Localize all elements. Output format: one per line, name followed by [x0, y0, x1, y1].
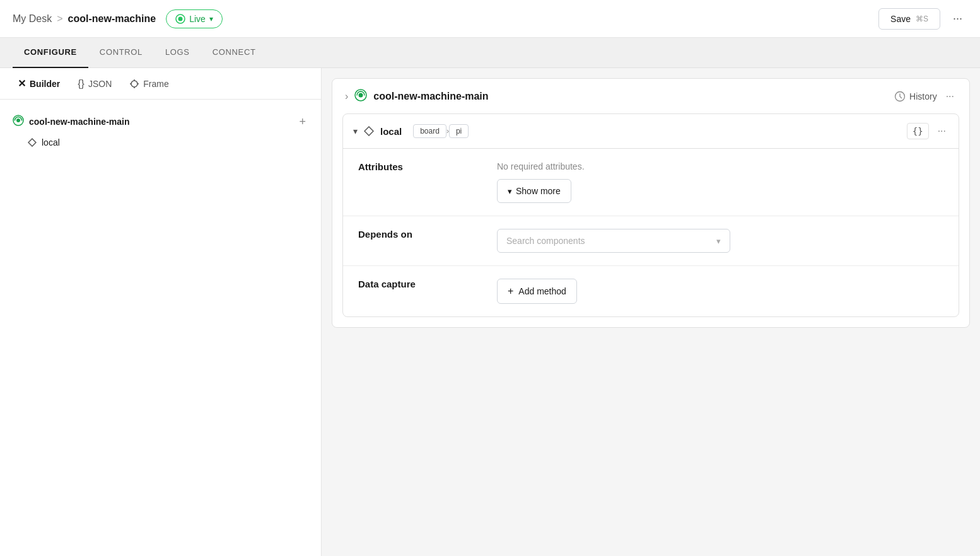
search-components-placeholder: Search components [506, 236, 585, 246]
live-icon [175, 14, 185, 24]
depends-on-content: Search components ▾ [497, 229, 943, 253]
local-card-title: local [380, 126, 402, 137]
add-method-button[interactable]: + Add method [497, 279, 577, 304]
main-layout: ✕ Builder {} JSON Frame [0, 68, 980, 556]
history-button[interactable]: History [894, 91, 937, 102]
top-header: My Desk > cool-new-machine Live ▾ Save ⌘… [0, 0, 980, 38]
machine-card-signal-icon [354, 89, 367, 103]
breadcrumb-current: cool-new-machine [68, 13, 156, 25]
tab-configure[interactable]: CONFIGURE [13, 38, 88, 68]
live-label: Live [189, 14, 206, 24]
no-attributes-text: No required attributes. [497, 161, 943, 171]
header-more-button[interactable]: ··· [948, 9, 967, 28]
svg-point-10 [359, 93, 363, 98]
sidebar-machine-item[interactable]: cool-new-machine-main + [10, 110, 311, 134]
local-item-label: local [42, 137, 60, 148]
sidebar: ✕ Builder {} JSON Frame [0, 68, 322, 556]
board-tag[interactable]: board [413, 124, 446, 138]
local-card-json-button[interactable]: {} [907, 123, 929, 139]
history-icon [894, 91, 906, 102]
search-components-dropdown[interactable]: Search components ▾ [497, 229, 730, 253]
attributes-content: No required attributes. ▾ Show more [497, 161, 943, 203]
save-label: Save [890, 14, 911, 24]
data-capture-label: Data capture [358, 279, 472, 289]
breadcrumb-separator: > [57, 13, 62, 25]
dropdown-chevron-icon: ▾ [716, 236, 721, 246]
builder-icon: ✕ [18, 78, 26, 90]
pi-tag[interactable]: pi [449, 124, 469, 138]
show-more-label: Show more [516, 186, 561, 196]
sidebar-tabs: ✕ Builder {} JSON Frame [0, 68, 321, 100]
machine-card-chevron-icon[interactable]: › [345, 91, 348, 102]
machine-signal-icon [13, 115, 24, 129]
attributes-section: Attributes No required attributes. ▾ Sho… [343, 149, 959, 216]
sidebar-local-item[interactable]: local [10, 134, 311, 151]
svg-point-8 [16, 119, 20, 122]
depends-on-section: Depends on Search components ▾ [343, 216, 959, 266]
local-card: ▾ local board › pi {} ··· [342, 113, 959, 317]
svg-point-1 [178, 16, 183, 21]
sidebar-content: cool-new-machine-main + local [0, 100, 321, 161]
sidebar-tab-builder[interactable]: ✕ Builder [10, 74, 67, 93]
data-capture-section: Data capture + Add method [343, 266, 959, 316]
content-area: › cool-new-machine-main History [322, 68, 980, 556]
machine-name-label: cool-new-machine-main [29, 117, 129, 127]
breadcrumb: My Desk > cool-new-machine [13, 13, 156, 25]
local-card-more-button[interactable]: ··· [935, 125, 948, 137]
add-method-plus-icon: + [508, 286, 513, 297]
sidebar-tab-frame-label: Frame [143, 79, 168, 89]
sidebar-tab-frame[interactable]: Frame [122, 74, 176, 93]
tab-logs[interactable]: LOGS [154, 38, 201, 68]
add-method-label: Add method [518, 286, 566, 296]
machine-card: › cool-new-machine-main History [332, 78, 970, 328]
machine-card-title: cool-new-machine-main [373, 91, 888, 102]
nav-tabs: CONFIGURE CONTROL LOGS CONNECT [0, 38, 980, 68]
machine-card-header: › cool-new-machine-main History [332, 79, 969, 113]
show-more-button[interactable]: ▾ Show more [497, 179, 571, 203]
local-card-chevron-icon[interactable]: ▾ [353, 126, 358, 136]
sidebar-tab-json[interactable]: {} JSON [70, 74, 119, 93]
save-shortcut: ⌘S [916, 14, 928, 23]
save-button[interactable]: Save ⌘S [878, 8, 940, 30]
depends-on-label: Depends on [358, 229, 472, 240]
sidebar-tab-builder-label: Builder [30, 79, 60, 89]
live-chevron-icon: ▾ [209, 14, 213, 23]
attributes-label: Attributes [358, 161, 472, 172]
breadcrumb-parent[interactable]: My Desk [13, 13, 52, 25]
local-card-diamond-icon [364, 126, 374, 136]
sidebar-tab-json-label: JSON [88, 79, 112, 89]
header-actions: Save ⌘S ··· [878, 8, 967, 30]
svg-point-2 [131, 81, 137, 87]
add-component-button[interactable]: + [296, 115, 308, 129]
live-status-badge[interactable]: Live ▾ [166, 9, 223, 28]
tab-control[interactable]: CONTROL [88, 38, 154, 68]
tab-connect[interactable]: CONNECT [201, 38, 267, 68]
json-icon: {} [78, 78, 85, 90]
machine-card-more-button[interactable]: ··· [943, 91, 957, 102]
data-capture-content: + Add method [497, 279, 943, 304]
frame-icon [129, 78, 139, 90]
local-card-header: ▾ local board › pi {} ··· [343, 114, 959, 149]
local-diamond-icon [28, 138, 37, 147]
show-more-chevron-icon: ▾ [508, 187, 512, 196]
